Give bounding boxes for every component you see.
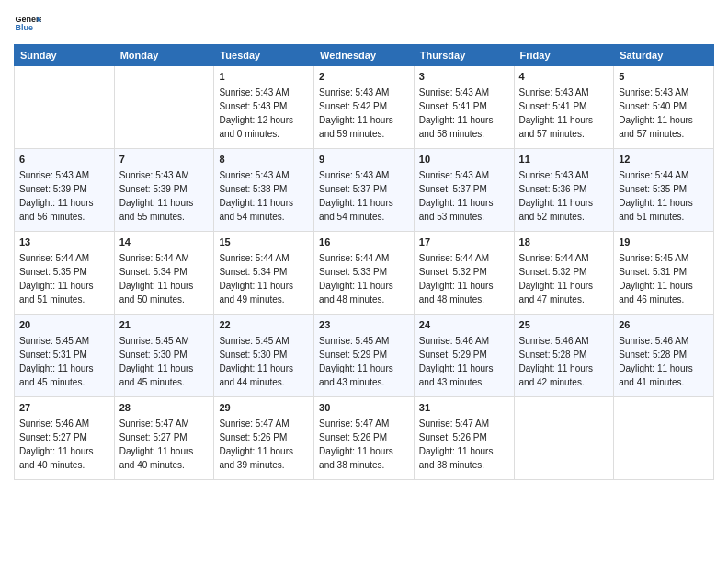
cell-sun-info: Sunrise: 5:44 AM Sunset: 5:35 PM Dayligh… [19, 251, 109, 306]
col-header-monday: Monday [114, 45, 214, 66]
day-number: 16 [319, 236, 409, 249]
calendar-cell: 12Sunrise: 5:44 AM Sunset: 5:35 PM Dayli… [614, 149, 714, 232]
cell-sun-info: Sunrise: 5:44 AM Sunset: 5:32 PM Dayligh… [419, 251, 509, 306]
day-number: 2 [319, 70, 409, 84]
calendar-cell [114, 66, 214, 149]
logo: General Blue [14, 9, 41, 37]
calendar-cell: 4Sunrise: 5:43 AM Sunset: 5:41 PM Daylig… [514, 66, 614, 149]
cell-sun-info: Sunrise: 5:43 AM Sunset: 5:36 PM Dayligh… [519, 168, 609, 224]
cell-sun-info: Sunrise: 5:46 AM Sunset: 5:27 PM Dayligh… [19, 417, 109, 472]
day-number: 7 [119, 153, 210, 167]
cell-sun-info: Sunrise: 5:43 AM Sunset: 5:40 PM Dayligh… [619, 86, 709, 141]
header: General Blue [14, 9, 714, 37]
day-number: 3 [419, 70, 509, 84]
day-number: 18 [519, 236, 609, 249]
day-number: 27 [19, 401, 109, 415]
calendar-cell: 13Sunrise: 5:44 AM Sunset: 5:35 PM Dayli… [15, 232, 115, 315]
calendar-cell: 6Sunrise: 5:43 AM Sunset: 5:39 PM Daylig… [15, 149, 115, 232]
calendar-cell: 10Sunrise: 5:43 AM Sunset: 5:37 PM Dayli… [414, 149, 514, 232]
col-header-thursday: Thursday [414, 45, 514, 66]
day-number: 23 [319, 318, 409, 332]
cell-sun-info: Sunrise: 5:43 AM Sunset: 5:41 PM Dayligh… [419, 86, 509, 141]
day-number: 11 [519, 153, 609, 167]
calendar-cell [614, 397, 714, 480]
calendar-cell: 24Sunrise: 5:46 AM Sunset: 5:29 PM Dayli… [414, 315, 514, 397]
calendar-cell: 14Sunrise: 5:44 AM Sunset: 5:34 PM Dayli… [114, 232, 214, 315]
day-number: 6 [19, 153, 109, 167]
day-number: 24 [419, 318, 509, 332]
day-number: 8 [219, 153, 309, 167]
cell-sun-info: Sunrise: 5:43 AM Sunset: 5:38 PM Dayligh… [219, 168, 309, 224]
calendar-cell: 18Sunrise: 5:44 AM Sunset: 5:32 PM Dayli… [514, 232, 614, 315]
cell-sun-info: Sunrise: 5:43 AM Sunset: 5:43 PM Dayligh… [219, 86, 309, 141]
calendar-cell: 30Sunrise: 5:47 AM Sunset: 5:26 PM Dayli… [314, 397, 415, 480]
day-number: 14 [119, 236, 210, 249]
cell-sun-info: Sunrise: 5:43 AM Sunset: 5:42 PM Dayligh… [319, 86, 409, 141]
calendar-cell: 7Sunrise: 5:43 AM Sunset: 5:39 PM Daylig… [114, 149, 214, 232]
cell-sun-info: Sunrise: 5:46 AM Sunset: 5:29 PM Dayligh… [419, 334, 509, 389]
day-number: 25 [519, 318, 609, 332]
calendar-cell: 21Sunrise: 5:45 AM Sunset: 5:30 PM Dayli… [114, 315, 214, 397]
day-number: 29 [219, 401, 309, 415]
calendar-cell: 16Sunrise: 5:44 AM Sunset: 5:33 PM Dayli… [314, 232, 415, 315]
day-number: 1 [219, 70, 309, 84]
calendar-cell: 28Sunrise: 5:47 AM Sunset: 5:27 PM Dayli… [114, 397, 214, 480]
day-number: 5 [619, 70, 709, 84]
calendar-cell: 8Sunrise: 5:43 AM Sunset: 5:38 PM Daylig… [214, 149, 314, 232]
calendar-cell: 17Sunrise: 5:44 AM Sunset: 5:32 PM Dayli… [414, 232, 514, 315]
cell-sun-info: Sunrise: 5:47 AM Sunset: 5:26 PM Dayligh… [319, 417, 409, 472]
col-header-tuesday: Tuesday [214, 45, 314, 66]
col-header-saturday: Saturday [614, 45, 714, 66]
day-number: 17 [419, 236, 509, 249]
cell-sun-info: Sunrise: 5:46 AM Sunset: 5:28 PM Dayligh… [519, 334, 609, 389]
cell-sun-info: Sunrise: 5:44 AM Sunset: 5:33 PM Dayligh… [319, 251, 409, 306]
day-number: 10 [419, 153, 509, 167]
day-number: 30 [319, 401, 409, 415]
calendar-cell: 29Sunrise: 5:47 AM Sunset: 5:26 PM Dayli… [214, 397, 314, 480]
col-header-wednesday: Wednesday [314, 45, 415, 66]
col-header-friday: Friday [514, 45, 614, 66]
cell-sun-info: Sunrise: 5:47 AM Sunset: 5:26 PM Dayligh… [419, 417, 509, 472]
cell-sun-info: Sunrise: 5:45 AM Sunset: 5:31 PM Dayligh… [619, 251, 709, 306]
cell-sun-info: Sunrise: 5:44 AM Sunset: 5:32 PM Dayligh… [519, 251, 609, 306]
calendar-cell: 2Sunrise: 5:43 AM Sunset: 5:42 PM Daylig… [314, 66, 415, 149]
cell-sun-info: Sunrise: 5:44 AM Sunset: 5:34 PM Dayligh… [119, 251, 210, 306]
cell-sun-info: Sunrise: 5:43 AM Sunset: 5:37 PM Dayligh… [319, 168, 409, 224]
calendar-cell: 11Sunrise: 5:43 AM Sunset: 5:36 PM Dayli… [514, 149, 614, 232]
calendar-cell: 31Sunrise: 5:47 AM Sunset: 5:26 PM Dayli… [414, 397, 514, 480]
cell-sun-info: Sunrise: 5:45 AM Sunset: 5:29 PM Dayligh… [319, 334, 409, 389]
day-number: 9 [319, 153, 409, 167]
calendar-cell: 5Sunrise: 5:43 AM Sunset: 5:40 PM Daylig… [614, 66, 714, 149]
cell-sun-info: Sunrise: 5:44 AM Sunset: 5:34 PM Dayligh… [219, 251, 309, 306]
calendar-cell: 9Sunrise: 5:43 AM Sunset: 5:37 PM Daylig… [314, 149, 415, 232]
day-number: 21 [119, 318, 210, 332]
day-number: 19 [619, 236, 709, 249]
calendar-cell: 27Sunrise: 5:46 AM Sunset: 5:27 PM Dayli… [15, 397, 115, 480]
calendar-cell: 25Sunrise: 5:46 AM Sunset: 5:28 PM Dayli… [514, 315, 614, 397]
cell-sun-info: Sunrise: 5:44 AM Sunset: 5:35 PM Dayligh… [619, 168, 709, 224]
calendar-cell: 15Sunrise: 5:44 AM Sunset: 5:34 PM Dayli… [214, 232, 314, 315]
cell-sun-info: Sunrise: 5:43 AM Sunset: 5:39 PM Dayligh… [19, 168, 109, 224]
day-number: 15 [219, 236, 309, 249]
calendar-cell [514, 397, 614, 480]
calendar-cell: 26Sunrise: 5:46 AM Sunset: 5:28 PM Dayli… [614, 315, 714, 397]
calendar-cell: 19Sunrise: 5:45 AM Sunset: 5:31 PM Dayli… [614, 232, 714, 315]
logo-icon: General Blue [14, 9, 41, 37]
cell-sun-info: Sunrise: 5:47 AM Sunset: 5:27 PM Dayligh… [119, 417, 210, 472]
cell-sun-info: Sunrise: 5:43 AM Sunset: 5:41 PM Dayligh… [519, 86, 609, 141]
svg-text:Blue: Blue [16, 23, 34, 32]
day-number: 20 [19, 318, 109, 332]
calendar-table: SundayMondayTuesdayWednesdayThursdayFrid… [14, 44, 714, 480]
calendar-cell: 23Sunrise: 5:45 AM Sunset: 5:29 PM Dayli… [314, 315, 415, 397]
cell-sun-info: Sunrise: 5:45 AM Sunset: 5:31 PM Dayligh… [19, 334, 109, 389]
day-number: 13 [19, 236, 109, 249]
day-number: 12 [619, 153, 709, 167]
day-number: 28 [119, 401, 210, 415]
calendar-cell: 1Sunrise: 5:43 AM Sunset: 5:43 PM Daylig… [214, 66, 314, 149]
cell-sun-info: Sunrise: 5:43 AM Sunset: 5:39 PM Dayligh… [119, 168, 210, 224]
calendar-cell [15, 66, 115, 149]
calendar-cell: 22Sunrise: 5:45 AM Sunset: 5:30 PM Dayli… [214, 315, 314, 397]
col-header-sunday: Sunday [15, 45, 115, 66]
page: General Blue SundayMondayTuesdayWednesda… [0, 0, 728, 563]
day-number: 26 [619, 318, 709, 332]
